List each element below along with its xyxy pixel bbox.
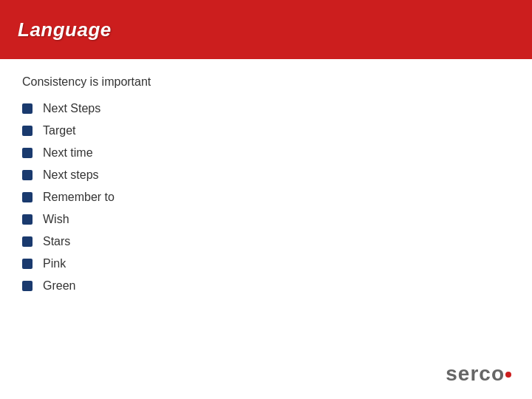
bullet-icon [22,170,33,180]
header-bar: Language [0,0,532,59]
page-title: Language [18,18,112,41]
list-item: Remember to [22,191,510,204]
logo-dot [505,372,511,378]
list-item-label: Next Steps [43,102,100,115]
bullet-icon [22,281,33,291]
list-item-label: Pink [43,257,66,270]
list-item: Green [22,279,510,293]
subtitle: Consistency is important [22,75,510,89]
bullet-icon [22,192,33,202]
list-item-label: Target [43,124,75,137]
list-item-label: Wish [43,213,69,226]
bullet-icon [22,148,33,158]
list-item-label: Stars [43,235,70,248]
list-item-label: Remember to [43,191,115,204]
logo: serco [446,362,511,386]
list-item: Pink [22,257,510,270]
list-item-label: Green [43,279,75,293]
list-item: Wish [22,213,510,226]
bullet-icon [22,259,33,269]
bullet-icon [22,126,33,136]
list-item: Target [22,124,510,137]
main-content: Consistency is important Next StepsTarge… [0,59,532,318]
list-item-label: Next time [43,146,93,160]
logo-text: serco [446,362,511,385]
bullet-icon [22,236,33,247]
list-item: Stars [22,235,510,248]
bullet-list: Next StepsTargetNext timeNext stepsRemem… [22,102,510,293]
list-item: Next time [22,146,510,160]
bullet-icon [22,103,33,114]
list-item: Next Steps [22,102,510,115]
list-item-label: Next steps [43,168,99,182]
bullet-icon [22,214,33,225]
list-item: Next steps [22,168,510,182]
